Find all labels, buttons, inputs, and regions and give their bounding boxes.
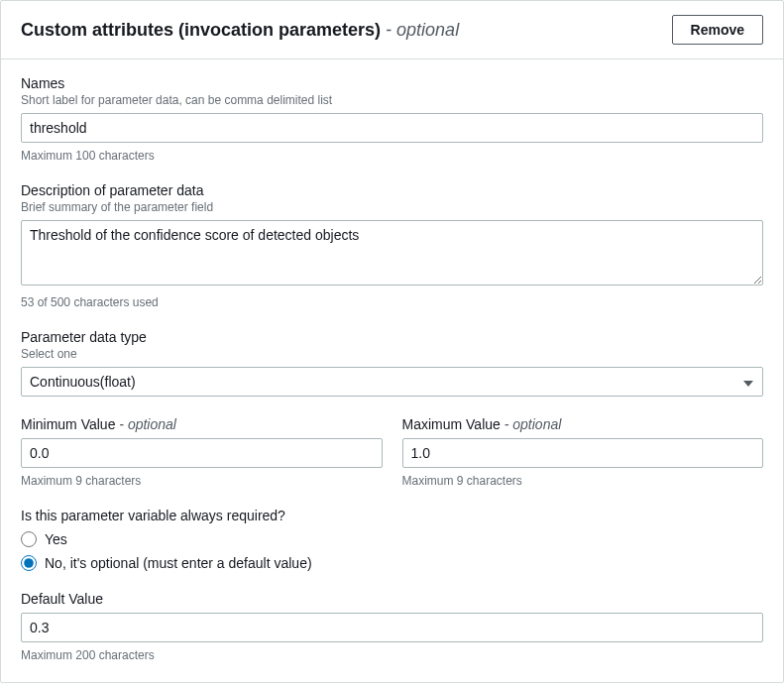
remove-button[interactable]: Remove: [672, 15, 763, 45]
maxvalue-constraint: Maximum 9 characters: [402, 474, 764, 488]
datatype-select[interactable]: Continuous(float): [21, 367, 763, 397]
maxvalue-label: Maximum Value - optional: [402, 416, 764, 432]
minvalue-input[interactable]: [21, 438, 383, 468]
defaultvalue-constraint: Maximum 200 characters: [21, 648, 763, 662]
maxvalue-input[interactable]: [402, 438, 764, 468]
panel-header: Custom attributes (invocation parameters…: [1, 1, 783, 59]
names-constraint: Maximum 100 characters: [21, 149, 763, 163]
maxvalue-label-text: Maximum Value: [402, 416, 501, 432]
description-field: Description of parameter data Brief summ…: [21, 182, 763, 309]
datatype-hint: Select one: [21, 347, 763, 361]
panel-body: Names Short label for parameter data, ca…: [1, 59, 783, 682]
required-option-no[interactable]: No, it's optional (must enter a default …: [21, 555, 763, 571]
panel-title: Custom attributes (invocation parameters…: [21, 20, 459, 41]
required-field: Is this parameter variable always requir…: [21, 508, 763, 571]
required-option-yes[interactable]: Yes: [21, 531, 763, 547]
datatype-select-wrapper: Continuous(float): [21, 367, 763, 397]
defaultvalue-field: Default Value Maximum 200 characters: [21, 591, 763, 662]
maxvalue-optional: - optional: [501, 416, 561, 432]
defaultvalue-input[interactable]: [21, 613, 763, 642]
description-constraint: 53 of 500 characters used: [21, 295, 763, 309]
min-max-row: Minimum Value - optional Maximum 9 chara…: [21, 416, 763, 488]
names-hint: Short label for parameter data, can be c…: [21, 93, 763, 107]
required-yes-label: Yes: [45, 531, 67, 547]
panel-title-optional: - optional: [381, 20, 459, 40]
minvalue-optional: - optional: [115, 416, 175, 432]
custom-attributes-panel: Custom attributes (invocation parameters…: [0, 0, 784, 683]
description-input[interactable]: [21, 220, 763, 286]
names-field: Names Short label for parameter data, ca…: [21, 75, 763, 163]
description-hint: Brief summary of the parameter field: [21, 200, 763, 214]
minvalue-label-text: Minimum Value: [21, 416, 115, 432]
minvalue-constraint: Maximum 9 characters: [21, 474, 383, 488]
names-input[interactable]: [21, 113, 763, 143]
required-no-label: No, it's optional (must enter a default …: [45, 555, 312, 571]
datatype-field: Parameter data type Select one Continuou…: [21, 329, 763, 397]
minvalue-field: Minimum Value - optional Maximum 9 chara…: [21, 416, 383, 488]
required-radio-group: Yes No, it's optional (must enter a defa…: [21, 531, 763, 571]
panel-title-text: Custom attributes (invocation parameters…: [21, 20, 381, 40]
required-label: Is this parameter variable always requir…: [21, 508, 763, 523]
description-label: Description of parameter data: [21, 182, 763, 198]
names-label: Names: [21, 75, 763, 91]
required-radio-no[interactable]: [21, 555, 37, 571]
maxvalue-field: Maximum Value - optional Maximum 9 chara…: [402, 416, 764, 488]
defaultvalue-label: Default Value: [21, 591, 763, 607]
datatype-label: Parameter data type: [21, 329, 763, 345]
required-radio-yes[interactable]: [21, 531, 37, 547]
minvalue-label: Minimum Value - optional: [21, 416, 383, 432]
